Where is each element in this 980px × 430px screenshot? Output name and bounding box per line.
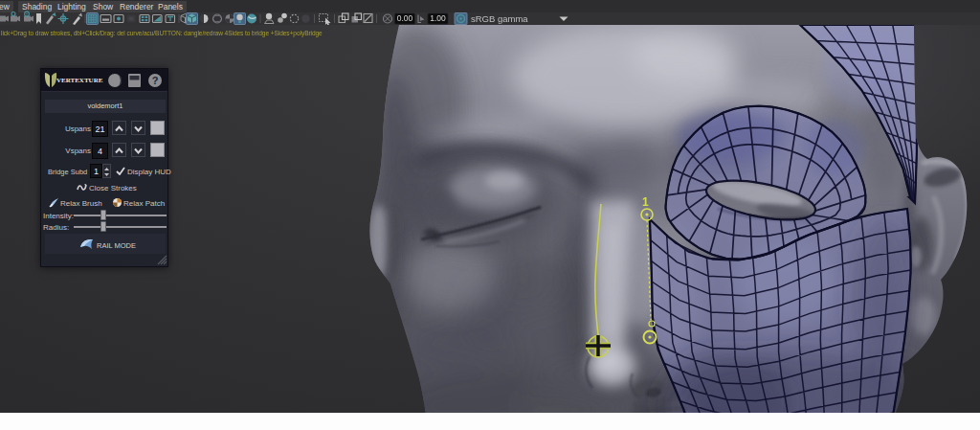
svg-text:1: 1 <box>642 195 649 209</box>
svg-text:sRGB gamma: sRGB gamma <box>471 13 528 24</box>
svg-text:0.00: 0.00 <box>397 13 413 23</box>
svg-text:1.00: 1.00 <box>430 13 446 23</box>
svg-text:?: ? <box>152 75 159 86</box>
